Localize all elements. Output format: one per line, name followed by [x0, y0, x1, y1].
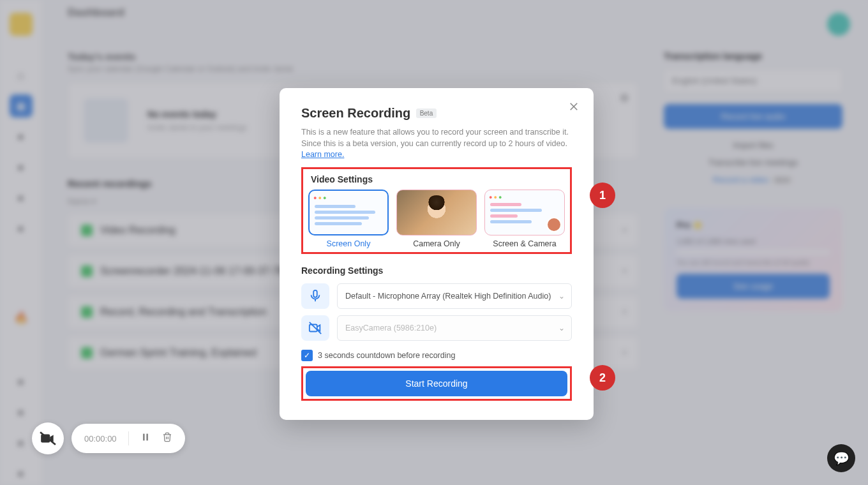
camera-select[interactable]: EasyCamera (5986:210e) ⌄: [337, 315, 572, 341]
option-camera-only[interactable]: Camera Only: [396, 190, 477, 248]
window-dots-icon: ●●●: [313, 195, 327, 201]
start-recording-button[interactable]: Start Recording: [306, 371, 567, 396]
modal-description: This is a new feature that allows you to…: [301, 127, 572, 161]
camera-off-icon: [301, 315, 329, 341]
delete-button[interactable]: [162, 432, 172, 445]
camera-preview-thumb: [396, 190, 477, 235]
camera-toggle-button[interactable]: [32, 422, 64, 454]
svg-rect-2: [313, 290, 317, 297]
learn-more-link[interactable]: Learn more.: [301, 150, 344, 159]
help-fab[interactable]: 💬: [827, 444, 855, 472]
microphone-select[interactable]: Default - Microphone Array (Realtek High…: [337, 283, 572, 309]
option-label: Screen & Camera: [484, 235, 565, 248]
chevron-down-icon: ⌄: [558, 324, 565, 332]
video-settings-highlight: Video Settings ●●● Screen Only Camera On…: [301, 167, 572, 254]
screen-recording-modal: Screen Recording Beta This is a new feat…: [280, 88, 594, 420]
window-dots-icon: ●●●: [489, 194, 503, 200]
modal-title: Screen Recording: [301, 106, 410, 121]
mini-camera-icon: [546, 217, 562, 232]
annotation-badge-1: 1: [590, 183, 615, 208]
video-settings-title: Video Settings: [308, 174, 565, 184]
pause-button[interactable]: [140, 432, 151, 445]
option-label: Screen Only: [308, 235, 389, 248]
svg-rect-9: [146, 434, 148, 441]
annotation-badge-2: 2: [590, 365, 615, 391]
recording-controls: 00:00:00: [32, 422, 185, 454]
countdown-checkbox[interactable]: ✓: [301, 350, 313, 361]
option-label: Camera Only: [396, 235, 477, 248]
start-button-highlight: Start Recording: [301, 366, 572, 401]
recording-settings-title: Recording Settings: [301, 265, 572, 276]
svg-rect-8: [143, 434, 145, 441]
option-screen-only[interactable]: ●●● Screen Only: [308, 190, 389, 248]
countdown-label: 3 seconds countdown before recording: [318, 351, 455, 360]
close-button[interactable]: [568, 101, 580, 115]
recording-time: 00:00:00: [84, 434, 117, 444]
microphone-icon: [301, 283, 329, 309]
beta-badge: Beta: [416, 108, 437, 118]
option-screen-camera[interactable]: ●●● Screen & Camera: [484, 190, 565, 248]
chevron-down-icon: ⌄: [558, 292, 565, 301]
